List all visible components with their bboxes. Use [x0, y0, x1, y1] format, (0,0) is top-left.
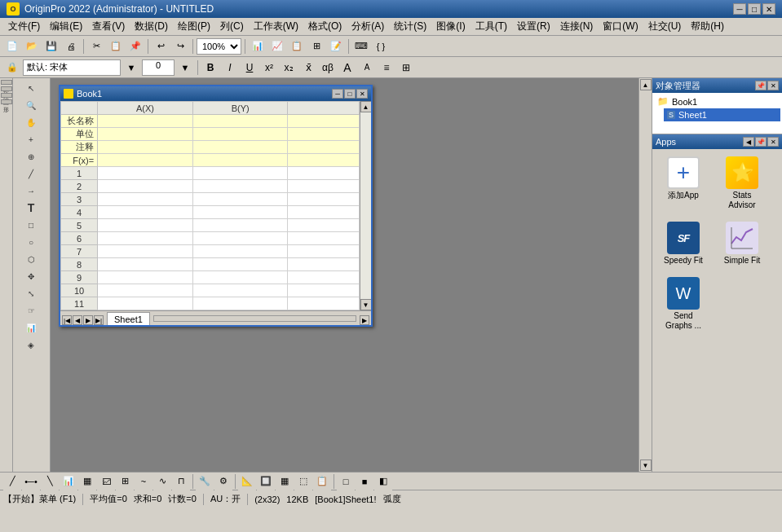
- cell-b5[interactable]: [192, 219, 288, 232]
- cell-a3[interactable]: [98, 193, 193, 206]
- cell-a9[interactable]: [98, 271, 193, 284]
- border-btn[interactable]: ⊞: [397, 59, 415, 76]
- btm-btn-15[interactable]: ▦: [276, 473, 294, 490]
- cell-a2[interactable]: [98, 180, 193, 193]
- btm-btn-14[interactable]: 🔲: [257, 473, 275, 490]
- simple-fit-item[interactable]: Simple Fit: [714, 218, 770, 270]
- undo-btn[interactable]: ↩: [152, 37, 170, 55]
- menu-window[interactable]: 窗口(W): [598, 18, 643, 35]
- tab-prev-btn[interactable]: ◀: [73, 315, 82, 325]
- new-btn[interactable]: 📄: [3, 37, 21, 55]
- print-btn[interactable]: 🖨: [62, 37, 80, 55]
- menu-edit[interactable]: 编辑(E): [45, 18, 87, 35]
- book1-close[interactable]: ✕: [356, 89, 368, 99]
- btm-btn-19[interactable]: ■: [356, 473, 373, 490]
- menu-column[interactable]: 列(C): [215, 18, 249, 35]
- btm-btn-2[interactable]: •─•: [22, 473, 40, 490]
- maximize-button[interactable]: □: [748, 3, 761, 15]
- scroll-track[interactable]: [360, 112, 371, 299]
- open-btn[interactable]: 📂: [23, 37, 41, 55]
- tab-first-btn[interactable]: |◀: [62, 315, 72, 325]
- resize-tool[interactable]: ⤡: [15, 285, 47, 301]
- apps-pin[interactable]: 📌: [755, 137, 767, 147]
- menu-image[interactable]: 图像(I): [431, 18, 470, 35]
- rotate-tool[interactable]: ⊕: [15, 148, 47, 165]
- btm-btn-7[interactable]: ⊞: [116, 473, 134, 490]
- matrix-btn[interactable]: ⊞: [307, 37, 325, 55]
- obj-mgr-pin[interactable]: 📌: [755, 81, 767, 90]
- graph-btn[interactable]: 📊: [249, 37, 267, 55]
- arrow-tool[interactable]: →: [15, 182, 47, 199]
- fx-a[interactable]: [98, 154, 193, 167]
- apps-arrow-left[interactable]: ◀: [743, 137, 754, 147]
- btm-btn-1[interactable]: ╱: [3, 473, 21, 490]
- send-graphs-item[interactable]: W SendGraphs ...: [656, 273, 711, 335]
- zoom-dropdown[interactable]: 100% 75% 150%: [197, 38, 241, 55]
- longname-a[interactable]: [98, 115, 193, 128]
- underline-btn[interactable]: U: [241, 59, 258, 76]
- hand-tool[interactable]: ☞: [15, 302, 47, 319]
- mask-tool[interactable]: ◈: [15, 336, 47, 353]
- font-size-dropdown-btn[interactable]: ▼: [176, 59, 194, 77]
- cell-b1[interactable]: [192, 167, 288, 180]
- btm-btn-3[interactable]: ╲: [41, 473, 59, 490]
- cell-b4[interactable]: [192, 206, 288, 219]
- btm-btn-18[interactable]: □: [337, 473, 355, 490]
- cell-b10[interactable]: [192, 284, 288, 297]
- col-header-b[interactable]: B(Y): [192, 102, 288, 115]
- sheet-scroll[interactable]: [153, 315, 356, 322]
- cell-b11[interactable]: [192, 297, 288, 310]
- sheet-scroll-right[interactable]: ▶: [360, 315, 369, 325]
- comment-a[interactable]: [98, 141, 193, 154]
- paste-btn[interactable]: 📌: [126, 37, 144, 55]
- tab-next-btn[interactable]: ▶: [83, 315, 93, 325]
- menu-analysis[interactable]: 分析(A): [347, 18, 389, 35]
- menu-help[interactable]: 帮助(H): [686, 18, 729, 35]
- add-app-item[interactable]: + 添加App: [656, 152, 711, 214]
- font-name-dropdown-btn[interactable]: ▼: [122, 59, 140, 77]
- copy-btn[interactable]: 📋: [107, 37, 125, 55]
- btm-btn-6[interactable]: 🗠: [97, 473, 115, 490]
- close-button[interactable]: ✕: [762, 3, 775, 15]
- btm-btn-20[interactable]: ◧: [374, 473, 392, 490]
- cut-btn[interactable]: ✂: [87, 37, 105, 55]
- fontA2-btn[interactable]: A: [358, 59, 376, 76]
- save-btn[interactable]: 💾: [42, 37, 60, 55]
- cell-a11[interactable]: [98, 297, 193, 310]
- cell-b3[interactable]: [192, 193, 288, 206]
- cell-b6[interactable]: [192, 232, 288, 245]
- cell-a7[interactable]: [98, 245, 193, 258]
- cell-b9[interactable]: [192, 271, 288, 284]
- cell-b8[interactable]: [192, 258, 288, 271]
- menu-file[interactable]: 文件(F): [3, 18, 45, 35]
- cell-a4[interactable]: [98, 206, 193, 219]
- superscript-btn[interactable]: x²: [260, 59, 278, 76]
- btm-btn-5[interactable]: ▦: [78, 473, 96, 490]
- fontA-btn[interactable]: A: [338, 59, 356, 76]
- menu-connect[interactable]: 连接(N): [555, 18, 599, 35]
- data-reader[interactable]: 📊: [15, 319, 47, 336]
- btm-btn-9[interactable]: ∿: [153, 473, 171, 490]
- menu-worksheet[interactable]: 工作表(W): [249, 18, 303, 35]
- menu-settings[interactable]: 设置(R): [512, 18, 555, 35]
- btm-btn-12[interactable]: ⚙: [214, 473, 232, 490]
- text-tool[interactable]: T: [15, 200, 47, 216]
- zoom-tool[interactable]: 🔍: [15, 97, 47, 113]
- italic-btn[interactable]: I: [221, 59, 239, 76]
- menu-plot[interactable]: 绘图(P): [173, 18, 215, 35]
- strikethrough-btn[interactable]: x̄: [299, 59, 317, 76]
- code-btn[interactable]: { }: [372, 37, 390, 55]
- menu-statistics[interactable]: 统计(S): [389, 18, 431, 35]
- subscript-btn[interactable]: x₂: [280, 59, 298, 76]
- fx-b[interactable]: [192, 154, 288, 167]
- pan-tool[interactable]: ✋: [15, 114, 47, 130]
- scroll-down-btn[interactable]: ▼: [360, 299, 372, 310]
- unit-a[interactable]: [98, 128, 193, 141]
- btm-btn-17[interactable]: 📋: [313, 473, 331, 490]
- bold-btn[interactable]: B: [201, 59, 219, 76]
- menu-tools[interactable]: 工具(T): [471, 18, 512, 35]
- menu-social[interactable]: 社交(U): [643, 18, 687, 35]
- cell-b2[interactable]: [192, 180, 288, 193]
- align-btn[interactable]: ≡: [378, 59, 395, 76]
- unit-b[interactable]: [192, 128, 288, 141]
